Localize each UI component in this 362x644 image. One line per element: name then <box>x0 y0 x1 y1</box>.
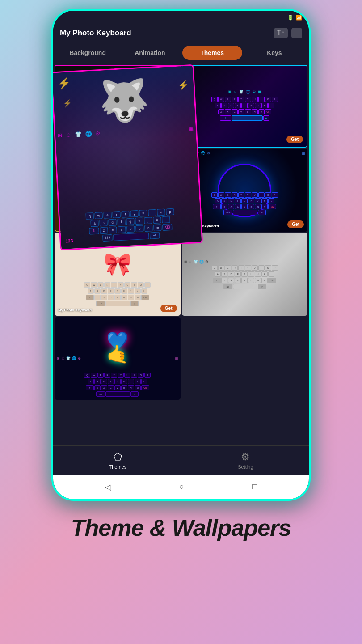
tab-themes[interactable]: Themes <box>182 46 242 60</box>
get-button-neon[interactable]: Get <box>286 136 303 143</box>
theme-item-love[interactable]: ⊞☺👕🌐⚙ ▦ 💙 🤙 Q W E R T Y U <box>55 317 181 400</box>
preview-123: 123 <box>65 238 73 244</box>
battery-icon: 🔋 <box>287 15 294 21</box>
neon-keyboard: QWE RTY UIO P ASD FGH JKL ZXC VBN <box>183 95 307 123</box>
header-icons: T↑ □ <box>274 28 302 38</box>
home-button[interactable]: ○ <box>179 482 184 491</box>
bottom-nav: ⬠ Themes ⚙ Setting <box>53 445 309 475</box>
tab-bar: Background Animation Themes Keys <box>53 42 309 64</box>
footer-title: Theme & Wallpapers <box>71 514 291 541</box>
bow-decoration: 🎀 <box>104 246 131 282</box>
back-button[interactable]: ◁ <box>105 482 111 492</box>
christmas-label: My Photo Keyboard <box>58 308 92 312</box>
theme-item-neon[interactable]: ⊞☺👕🌐⚙ ▦ QWE RTY UIO P ASD FGH <box>182 65 308 148</box>
get-button-nature[interactable]: Get <box>287 220 304 228</box>
themes-nav-icon: ⬠ <box>114 451 122 463</box>
tab-keys[interactable]: Keys <box>244 46 304 60</box>
app-header: My Photo Keyboard T↑ □ <box>53 24 309 42</box>
text-size-button[interactable]: T↑ <box>274 28 288 38</box>
minimize-button[interactable]: □ <box>291 28 302 38</box>
app-title: My Photo Keyboard <box>60 29 131 38</box>
status-bar: 🔋 📶 <box>53 11 309 24</box>
wifi-icon: 📶 <box>296 15 302 21</box>
tab-background[interactable]: Background <box>58 46 118 60</box>
theme-item-silver[interactable]: ⊞☺👕🌐⚙ QWE RTY UIO P ASD FGH JKL <box>182 233 308 316</box>
setting-nav-label: Setting <box>238 464 253 470</box>
hand-gesture-icon: 🤙 <box>106 344 129 365</box>
tab-animation[interactable]: Animation <box>120 46 180 60</box>
themes-nav-label: Themes <box>109 464 127 470</box>
phone-device: 🔋 📶 My Photo Keyboard T↑ □ Background An… <box>51 9 311 501</box>
setting-nav-icon: ⚙ <box>241 451 250 463</box>
recents-button[interactable]: □ <box>252 482 257 491</box>
content-area: ⊞ ☺ 👕 🌐 ⚙ ▦ QWE RTY UIO P <box>53 64 309 445</box>
nav-themes[interactable]: ⬠ Themes <box>109 451 127 470</box>
keyboard-preview-overlay[interactable]: 🐺 ⚡ ⚡ ⚡ ⊞☺👕🌐⚙ ▦ qwe rty uio <box>53 64 203 250</box>
android-nav-bar: ◁ ○ □ <box>53 475 309 499</box>
neon-icon-row: ⊞☺👕🌐⚙ ▦ <box>226 89 264 95</box>
nav-setting[interactable]: ⚙ Setting <box>238 451 253 470</box>
get-button-christmas[interactable]: Get <box>160 305 177 312</box>
